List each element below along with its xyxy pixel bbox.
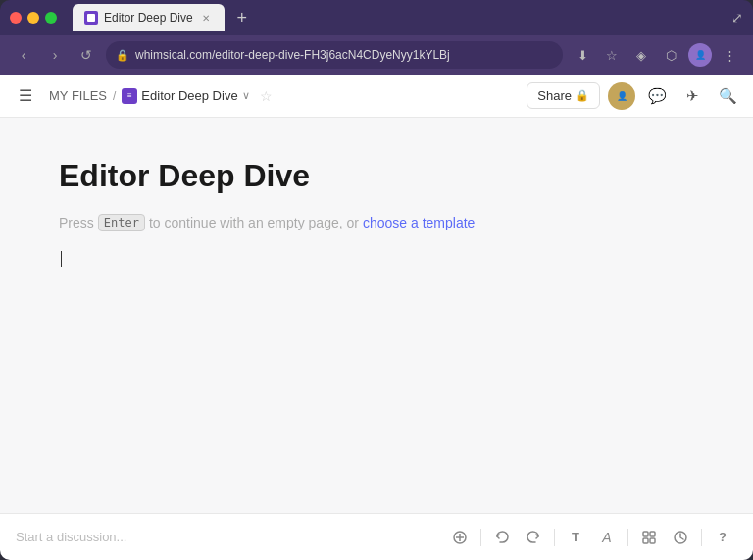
editor-area[interactable]: Editor Deep Dive Press Enter to continue… [0, 118, 753, 513]
breadcrumb-current: Editor Deep Dive ∨ [122, 88, 249, 104]
browser-profile-avatar[interactable]: 👤 [688, 43, 712, 67]
redo-icon [526, 530, 541, 545]
window-maximize-button[interactable]: ⤢ [731, 10, 743, 25]
share-lock-icon: 🔒 [576, 89, 589, 102]
lock-icon: 🔒 [116, 49, 129, 62]
active-tab[interactable]: Editor Deep Dive ✕ [73, 4, 225, 31]
cursor-area [59, 231, 694, 493]
toolbar-right: Share 🔒 👤 💬 ✈ 🔍 [527, 82, 741, 110]
menu-button[interactable]: ☰ [12, 82, 39, 110]
tab-close-button[interactable]: ✕ [199, 11, 213, 25]
breadcrumb-separator: / [113, 89, 116, 103]
undo-icon [494, 530, 510, 545]
traffic-lights [10, 12, 57, 24]
doc-icon [122, 88, 137, 104]
tab-title: Editor Deep Dive [104, 11, 193, 25]
svg-rect-5 [643, 538, 648, 543]
help-button[interactable]: ? [708, 523, 737, 552]
comments-button[interactable]: 💬 [643, 82, 671, 110]
enter-key-badge: Enter [98, 214, 145, 231]
url-bar[interactable]: 🔒 whimsical.com/editor-deep-dive-FH3j6ac… [106, 41, 563, 69]
browser-menu-button[interactable]: ⋮ [718, 43, 741, 67]
font-button[interactable]: A [592, 523, 622, 552]
breadcrumb-files[interactable]: MY FILES [49, 88, 107, 103]
choose-template-link[interactable]: choose a template [363, 215, 475, 230]
new-tab-button[interactable]: + [228, 4, 256, 31]
close-traffic-light[interactable] [10, 12, 22, 24]
minimize-traffic-light[interactable] [27, 12, 39, 24]
url-text: whimsical.com/editor-deep-dive-FH3j6acN4… [135, 48, 450, 62]
attach-icon [452, 530, 468, 545]
screen-share-button[interactable]: ⬇ [571, 43, 594, 67]
text-format-button[interactable]: T [561, 523, 590, 552]
back-button[interactable]: ‹ [12, 43, 35, 67]
main-content: Editor Deep Dive Press Enter to continue… [0, 118, 753, 513]
user-avatar[interactable]: 👤 [608, 82, 635, 110]
breadcrumb-chevron-button[interactable]: ∨ [242, 89, 250, 102]
separator [480, 529, 481, 546]
attach-button[interactable] [445, 523, 475, 552]
layout-button[interactable] [634, 523, 664, 552]
placeholder-hint: Press Enter to continue with an empty pa… [59, 214, 694, 231]
extensions-button[interactable]: ⬡ [659, 43, 682, 67]
redo-button[interactable] [519, 523, 548, 552]
discussion-input[interactable]: Start a discussion... [16, 530, 445, 544]
forward-button[interactable]: › [43, 43, 67, 67]
share-label: Share [537, 88, 572, 103]
history-button[interactable] [666, 523, 695, 552]
svg-rect-3 [643, 532, 648, 536]
separator4 [701, 529, 702, 546]
bottom-bar: Start a discussion... [0, 513, 753, 560]
whimsical-ext-button[interactable]: ◈ [629, 43, 653, 67]
browser-window: Editor Deep Dive ✕ + ⤢ ‹ › ↺ 🔒 whimsical… [0, 0, 753, 560]
layout-icon [641, 530, 657, 545]
share-send-button[interactable]: ✈ [678, 82, 706, 110]
breadcrumb: MY FILES / Editor Deep Dive ∨ [49, 88, 250, 104]
address-bar: ‹ › ↺ 🔒 whimsical.com/editor-deep-dive-F… [0, 35, 753, 75]
press-text: Press [59, 215, 94, 230]
bookmark-button[interactable]: ☆ [600, 43, 624, 67]
history-icon [673, 530, 688, 545]
text-cursor [61, 251, 62, 267]
tab-bar: Editor Deep Dive ✕ + [73, 4, 724, 31]
tab-favicon [84, 11, 98, 25]
svg-rect-6 [650, 538, 655, 543]
share-button[interactable]: Share 🔒 [527, 82, 600, 109]
breadcrumb-doc-title[interactable]: Editor Deep Dive [141, 88, 237, 103]
continue-text: to continue with an empty page, or [149, 215, 359, 230]
app-toolbar: ☰ MY FILES / Editor Deep Dive ∨ ☆ Share … [0, 75, 753, 118]
refresh-button[interactable]: ↺ [75, 43, 98, 67]
bottom-actions: T A ? [445, 523, 737, 552]
browser-actions: ⬇ ☆ ◈ ⬡ 👤 ⋮ [571, 43, 741, 67]
maximize-traffic-light[interactable] [45, 12, 57, 24]
document-title[interactable]: Editor Deep Dive [59, 157, 694, 194]
title-bar: Editor Deep Dive ✕ + ⤢ [0, 0, 753, 35]
favorite-button[interactable]: ☆ [260, 88, 273, 104]
separator3 [628, 529, 628, 546]
undo-button[interactable] [487, 523, 517, 552]
separator2 [554, 529, 555, 546]
svg-rect-4 [650, 532, 655, 536]
search-button[interactable]: 🔍 [714, 82, 741, 110]
